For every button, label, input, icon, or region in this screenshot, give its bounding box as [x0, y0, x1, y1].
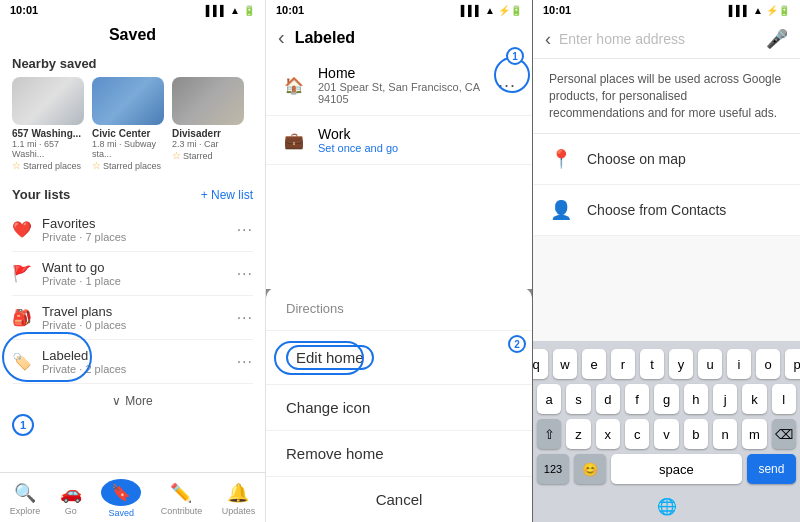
list-item-favorites[interactable]: ❤️ Favorites Private · 7 places ···: [12, 208, 253, 252]
home-list-item[interactable]: 🏠 Home 201 Spear St, San Francisco, CA 9…: [266, 55, 532, 116]
key-k[interactable]: k: [742, 384, 766, 414]
updates-tab-icon: 🔔: [227, 482, 249, 504]
travel-icon: 🎒: [12, 308, 32, 327]
key-c[interactable]: c: [625, 419, 649, 449]
tab-updates[interactable]: 🔔 Updates: [222, 482, 256, 516]
key-n[interactable]: n: [713, 419, 737, 449]
emoji-key[interactable]: 😊: [574, 454, 606, 484]
choose-on-map-option[interactable]: 📍 Choose on map: [533, 134, 800, 185]
key-b[interactable]: b: [684, 419, 708, 449]
battery-icon: 🔋: [243, 5, 255, 16]
new-list-button[interactable]: + New list: [201, 188, 253, 202]
cancel-option[interactable]: Cancel: [266, 477, 532, 522]
key-i[interactable]: i: [727, 349, 751, 379]
delete-key[interactable]: ⌫: [772, 419, 796, 449]
go-tab-icon: 🚗: [60, 482, 82, 504]
saved-tab-label: Saved: [108, 508, 134, 518]
key-z[interactable]: z: [566, 419, 590, 449]
change-icon-option[interactable]: Change icon: [266, 385, 532, 431]
card-star-2: ☆Starred: [172, 150, 244, 161]
search-header: ‹ Enter home address 🎤: [533, 20, 800, 59]
list-item-travel[interactable]: 🎒 Travel plans Private · 0 places ···: [12, 296, 253, 340]
lists-title: Your lists: [12, 187, 70, 202]
list-item-labeled[interactable]: 🏷️ Labeled Private · 2 places ···: [12, 340, 253, 384]
tab-go[interactable]: 🚗 Go: [60, 482, 82, 516]
contact-icon: 👤: [549, 199, 573, 221]
time-2: 10:01: [276, 4, 304, 16]
space-key[interactable]: space: [611, 454, 742, 484]
search-input[interactable]: Enter home address: [559, 31, 758, 47]
status-bar-3: 10:01 ▌▌▌ ▲ ⚡🔋: [533, 0, 800, 20]
card-sub-1: 1.8 mi · Subway sta...: [92, 139, 164, 159]
key-m[interactable]: m: [742, 419, 766, 449]
nearby-card-1[interactable]: Civic Center 1.8 mi · Subway sta... ☆Sta…: [92, 77, 164, 171]
tab-saved[interactable]: 🔖 Saved: [101, 479, 141, 518]
step-number-1: 1: [506, 47, 524, 65]
key-e[interactable]: e: [582, 349, 606, 379]
work-item-link[interactable]: Set once and go: [318, 142, 516, 154]
edit-home-option[interactable]: Edit home 2: [266, 331, 532, 385]
card-name-0: 657 Washing...: [12, 128, 84, 139]
key-f[interactable]: f: [625, 384, 649, 414]
directions-option[interactable]: Directions: [266, 287, 532, 331]
status-icons-1: ▌▌▌ ▲ 🔋: [206, 5, 255, 16]
key-p[interactable]: p: [785, 349, 800, 379]
key-u[interactable]: u: [698, 349, 722, 379]
work-list-item[interactable]: 💼 Work Set once and go: [266, 116, 532, 165]
card-name-2: Divisaderr: [172, 128, 244, 139]
key-x[interactable]: x: [596, 419, 620, 449]
list-item-left-travel: 🎒 Travel plans Private · 0 places: [12, 304, 126, 331]
key-q[interactable]: q: [533, 349, 548, 379]
key-y[interactable]: y: [669, 349, 693, 379]
remove-home-option[interactable]: Remove home: [266, 431, 532, 477]
nearby-card-0[interactable]: 657 Washing... 1.1 mi · 657 Washi... ☆St…: [12, 77, 84, 171]
travel-sub: Private · 0 places: [42, 319, 126, 331]
wanttogo-more-button[interactable]: ···: [237, 265, 253, 283]
star-icon-1: ☆: [92, 160, 101, 171]
key-g[interactable]: g: [654, 384, 678, 414]
back-button-2[interactable]: ‹: [278, 26, 285, 49]
card-image-2: [172, 77, 244, 125]
list-item-wanttogo[interactable]: 🚩 Want to go Private · 1 place ···: [12, 252, 253, 296]
card-star-1: ☆Starred places: [92, 160, 164, 171]
num-key[interactable]: 123: [537, 454, 569, 484]
labeled-sub: Private · 2 places: [42, 363, 126, 375]
favorites-more-button[interactable]: ···: [237, 221, 253, 239]
key-d[interactable]: d: [596, 384, 620, 414]
tab-explore[interactable]: 🔍 Explore: [10, 482, 41, 516]
keyboard-row-1: q w e r t y u i o p: [537, 349, 796, 379]
panel2-title: Labeled: [295, 29, 355, 47]
send-button[interactable]: send: [747, 454, 796, 484]
key-l[interactable]: l: [772, 384, 796, 414]
key-t[interactable]: t: [640, 349, 664, 379]
home-more-button[interactable]: ···: [498, 75, 516, 96]
travel-more-button[interactable]: ···: [237, 309, 253, 327]
key-w[interactable]: w: [553, 349, 577, 379]
back-button-3[interactable]: ‹: [545, 29, 551, 50]
home-item-info: Home 201 Spear St, San Francisco, CA 941…: [318, 65, 498, 105]
globe-icon[interactable]: 🌐: [657, 497, 677, 516]
mic-icon[interactable]: 🎤: [766, 28, 788, 50]
keyboard-bottom-bar: 🌐: [533, 493, 800, 522]
key-j[interactable]: j: [713, 384, 737, 414]
edit-home-label: Edit home: [286, 345, 374, 370]
panel2-header: ‹ Labeled: [266, 20, 532, 55]
key-o[interactable]: o: [756, 349, 780, 379]
card-image-0: [12, 77, 84, 125]
card-star-0: ☆Starred places: [12, 160, 84, 171]
your-lists-section: Your lists + New list ❤️ Favorites Priva…: [0, 183, 265, 388]
more-button[interactable]: ∨ More: [0, 388, 265, 414]
map-pin-icon: 📍: [549, 148, 573, 170]
key-r[interactable]: r: [611, 349, 635, 379]
nearby-card-2[interactable]: Divisaderr 2.3 mi · Car ☆Starred: [172, 77, 244, 171]
choose-from-contacts-option[interactable]: 👤 Choose from Contacts: [533, 185, 800, 236]
key-s[interactable]: s: [566, 384, 590, 414]
tab-contribute[interactable]: ✏️ Contribute: [161, 482, 203, 516]
key-h[interactable]: h: [684, 384, 708, 414]
key-a[interactable]: a: [537, 384, 561, 414]
shift-key[interactable]: ⇧: [537, 419, 561, 449]
battery-icon-2: ⚡🔋: [498, 5, 522, 16]
key-v[interactable]: v: [654, 419, 678, 449]
work-item-name: Work: [318, 126, 516, 142]
labeled-more-button[interactable]: ···: [237, 353, 253, 371]
